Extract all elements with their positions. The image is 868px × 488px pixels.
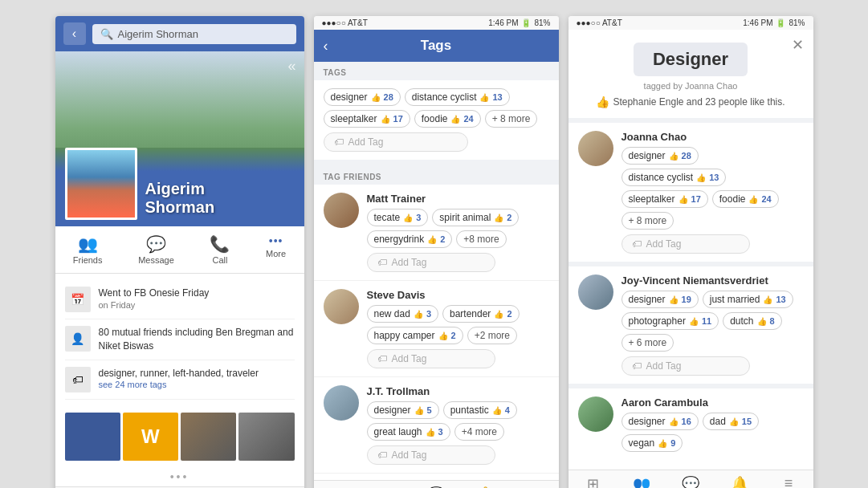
joy-avatar bbox=[578, 274, 613, 310]
friends-text: 80 mutual friends including Ben Bregman … bbox=[99, 326, 295, 353]
battery-icon: 🔋 bbox=[521, 18, 531, 27]
search-icon: 🔍 bbox=[100, 28, 113, 40]
tag-energydrink[interactable]: energydrink 👍 2 bbox=[367, 230, 453, 248]
status-bar: ●●●○○ AT&T 1:46 PM 🔋 81% bbox=[314, 16, 559, 30]
tag-justmarried-jv[interactable]: just married 👍 13 bbox=[703, 291, 793, 308]
tag-vegan-a[interactable]: vegan 👍 9 bbox=[621, 434, 683, 452]
thumbs-up-icon: 👍 bbox=[729, 417, 739, 426]
tags-section-label: TAGS bbox=[314, 62, 559, 80]
feed-item-event: 📅 Went to FB Onesie Friday on Friday bbox=[65, 280, 295, 319]
tags-back-button[interactable]: ‹ bbox=[324, 38, 328, 55]
avatar bbox=[65, 148, 137, 220]
matt-more-button[interactable]: +8 more bbox=[456, 230, 506, 248]
tag-add-icon: 🏷 bbox=[334, 136, 344, 148]
back-button[interactable]: ‹ bbox=[63, 22, 86, 45]
nav-notifications-3[interactable]: 🔔 Notifications bbox=[715, 475, 764, 488]
friends-action[interactable]: 👥 Friends bbox=[73, 234, 103, 265]
tag-count: 28 bbox=[384, 92, 393, 102]
designer-status-bar: ●●●○○ AT&T 1:46 PM 🔋 81% bbox=[568, 16, 813, 30]
tag-chip-foodie[interactable]: foodie 👍 24 bbox=[414, 110, 481, 128]
matt-avatar bbox=[324, 193, 359, 228]
tag-designer-j[interactable]: designer 👍 28 bbox=[621, 147, 699, 165]
tag-newdad[interactable]: new dad 👍 3 bbox=[367, 305, 439, 323]
matt-add-tag[interactable]: 🏷 Add Tag bbox=[367, 253, 495, 272]
designer-tag-name: Designer bbox=[634, 43, 748, 76]
thumbs-up-icon: 👍 bbox=[450, 115, 460, 124]
tag-puntastic[interactable]: puntastic 👍 4 bbox=[443, 401, 517, 419]
joy-add-tag[interactable]: 🏷 Add Tag bbox=[621, 356, 750, 376]
profile-actions: 👥 Friends 💬 Message 📞 Call ••• More bbox=[55, 226, 304, 274]
tag-text: photographer bbox=[629, 315, 686, 327]
tag-tecate[interactable]: tecate 👍 3 bbox=[367, 209, 429, 226]
nav-more-3[interactable]: ≡ More bbox=[764, 475, 813, 488]
joanna-more[interactable]: + 8 more bbox=[621, 212, 674, 230]
thumbs-up-icon: 👍 bbox=[696, 173, 706, 182]
steve-tags-row: new dad 👍 3 bartender 👍 2 happy camper bbox=[367, 305, 549, 344]
tag-add-icon: 🏷 bbox=[377, 449, 387, 461]
battery-icon-3: 🔋 bbox=[776, 18, 785, 27]
cover-back-icon: « bbox=[287, 58, 295, 75]
add-tag-placeholder: Add Tag bbox=[348, 136, 384, 148]
thumbs-up-icon: 👍 bbox=[494, 310, 503, 319]
tag-chip-cyclist[interactable]: distance cyclist 👍 13 bbox=[405, 88, 510, 106]
matt-name: Matt Trainer bbox=[367, 193, 549, 205]
tags-panel: ●●●○○ AT&T 1:46 PM 🔋 81% ‹ Tags TAGS des… bbox=[314, 16, 559, 488]
tag-sleeptalker-j[interactable]: sleeptalker 👍 17 bbox=[621, 190, 708, 208]
jt-add-tag[interactable]: 🏷 Add Tag bbox=[367, 445, 495, 465]
tag-cyclist-j[interactable]: distance cyclist 👍 13 bbox=[621, 169, 727, 186]
tags-header: ‹ Tags bbox=[314, 30, 559, 62]
joy-more[interactable]: + 6 more bbox=[621, 334, 674, 352]
profile-header: ‹ 🔍 Aigerim Shorman bbox=[55, 16, 304, 51]
tag-text: distance cyclist bbox=[629, 172, 694, 183]
message-action[interactable]: 💬 Message bbox=[138, 234, 174, 265]
joanna-add-tag[interactable]: 🏷 Add Tag bbox=[621, 234, 750, 254]
more-icon: ••• bbox=[269, 234, 283, 247]
tag-chip-sleeptalker[interactable]: sleeptalker 👍 17 bbox=[324, 110, 410, 128]
tag-designer-jt[interactable]: designer 👍 5 bbox=[367, 401, 439, 419]
tag-text: foodie bbox=[719, 193, 746, 205]
photo-1[interactable] bbox=[65, 413, 120, 461]
tag-text: happy camper bbox=[374, 330, 435, 341]
tag-text: distance cyclist bbox=[412, 92, 477, 103]
nav-requests-3[interactable]: 👥 Requests bbox=[617, 475, 666, 488]
tag-text: dad bbox=[710, 416, 726, 427]
close-button[interactable]: ✕ bbox=[792, 36, 804, 54]
tag-chip-designer[interactable]: designer 👍 28 bbox=[324, 88, 401, 106]
battery-text-3: 81% bbox=[789, 18, 805, 27]
carrier-text-3: ●●●○○ AT&T bbox=[577, 18, 622, 27]
tag-count: 17 bbox=[393, 114, 403, 124]
steve-add-tag[interactable]: 🏷 Add Tag bbox=[367, 349, 495, 368]
call-label: Call bbox=[212, 255, 227, 265]
tag-designer-a[interactable]: designer 👍 16 bbox=[621, 413, 699, 430]
profile-name: Aigerim Shorman bbox=[145, 180, 215, 217]
tag-more-button[interactable]: + 8 more bbox=[485, 110, 538, 128]
tag-text: puntastic bbox=[450, 405, 489, 416]
tag-foodie-j[interactable]: foodie 👍 24 bbox=[712, 190, 779, 208]
likes-thumb-icon: 👍 bbox=[596, 96, 609, 108]
tag-designer-jv[interactable]: designer 👍 19 bbox=[621, 291, 699, 308]
steve-more-button[interactable]: +2 more bbox=[467, 327, 517, 344]
tag-text: designer bbox=[629, 150, 666, 161]
tag-great-laugh[interactable]: great laugh 👍 3 bbox=[367, 423, 450, 441]
tags-title: Tags bbox=[421, 38, 451, 54]
photo-3[interactable] bbox=[181, 413, 236, 461]
tag-happy-camper[interactable]: happy camper 👍 2 bbox=[367, 327, 463, 344]
aaron-avatar bbox=[578, 396, 613, 432]
tag-bartender[interactable]: bartender 👍 2 bbox=[442, 305, 520, 323]
tag-photographer-jv[interactable]: photographer 👍 11 bbox=[621, 312, 719, 330]
jt-more-button[interactable]: +4 more bbox=[454, 423, 504, 441]
photo-4[interactable] bbox=[238, 413, 294, 461]
joanna-item: Joanna Chao designer 👍 28 distance cycli… bbox=[568, 123, 813, 262]
tag-dutch-jv[interactable]: dutch 👍 8 bbox=[723, 312, 781, 330]
nav-messenger-3[interactable]: 💬 Messenger bbox=[666, 475, 715, 488]
tag-spirit-animal[interactable]: spirit animal 👍 2 bbox=[432, 209, 519, 226]
search-bar[interactable]: 🔍 Aigerim Shorman bbox=[92, 24, 296, 44]
more-action[interactable]: ••• More bbox=[266, 234, 286, 265]
thumbs-up-icon: 👍 bbox=[403, 214, 413, 222]
photo-2[interactable]: W bbox=[123, 413, 178, 461]
call-action[interactable]: 📞 Call bbox=[210, 234, 230, 265]
add-tag-input[interactable]: 🏷 Add Tag bbox=[324, 132, 468, 152]
matt-body: Matt Trainer tecate 👍 3 spirit animal 👍 … bbox=[367, 193, 549, 272]
nav-newsfeed-3[interactable]: ⊞ News Feed bbox=[568, 475, 617, 488]
tag-dad-a[interactable]: dad 👍 15 bbox=[703, 413, 759, 430]
